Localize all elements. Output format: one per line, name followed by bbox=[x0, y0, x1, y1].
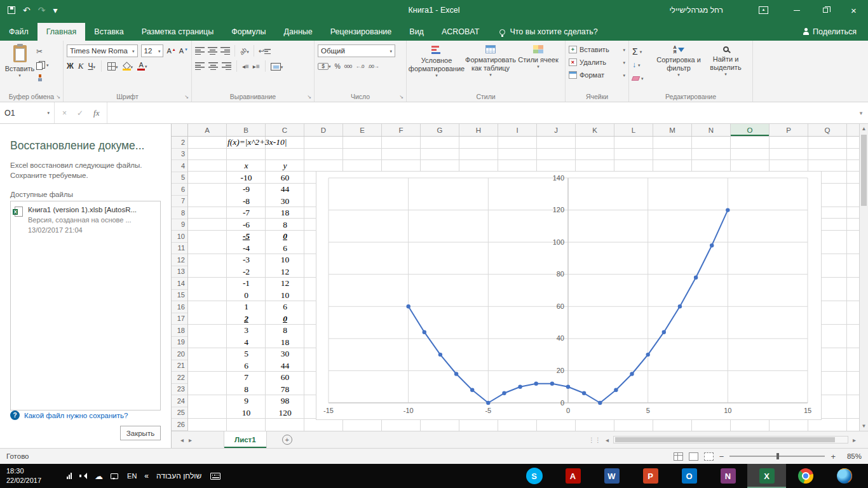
tab-ACROBAT[interactable]: ACROBAT bbox=[433, 23, 489, 41]
column-header-I[interactable]: I bbox=[498, 124, 537, 136]
row-header-3[interactable]: 3 bbox=[172, 149, 187, 161]
zoom-level[interactable]: 85% bbox=[841, 452, 862, 460]
cell-B11[interactable]: -4 bbox=[227, 243, 266, 255]
format-painter-button[interactable] bbox=[36, 72, 49, 84]
cell-B24[interactable]: 9 bbox=[227, 395, 266, 407]
prev-sheet-icon[interactable]: ◂ bbox=[180, 437, 184, 444]
format-as-table-button[interactable]: Форматировать как таблицу ▾ bbox=[463, 43, 518, 92]
comma-style-button[interactable]: 000 bbox=[344, 64, 352, 69]
font-family-combo[interactable]: Times New Roma▾ bbox=[67, 44, 138, 57]
cell-styles-button[interactable]: Стили ячеек ▾ bbox=[518, 43, 559, 92]
row-header-20[interactable]: 20 bbox=[172, 348, 187, 360]
cell-B2-formula-text[interactable]: f(x)=|x^2+3x-10| bbox=[227, 137, 287, 149]
autosum-button[interactable]: Σ▾ bbox=[632, 46, 654, 57]
row-header-25[interactable]: 25 bbox=[172, 407, 187, 419]
row-header-9[interactable]: 9 bbox=[172, 219, 187, 231]
cell-C16[interactable]: 6 bbox=[266, 301, 304, 313]
row-header-17[interactable]: 17 bbox=[172, 313, 187, 325]
zoom-in-icon[interactable]: + bbox=[831, 452, 836, 461]
cell-C24[interactable]: 98 bbox=[266, 395, 304, 407]
cell-C22[interactable]: 60 bbox=[266, 372, 304, 384]
scroll-up-icon[interactable]: ▲ bbox=[860, 124, 868, 133]
taskbar-clock[interactable]: 18:30 22/02/2017 bbox=[0, 466, 41, 485]
row-header-18[interactable]: 18 bbox=[172, 325, 187, 337]
orientation-button[interactable]: ab▾ bbox=[240, 46, 249, 55]
cell-C13[interactable]: 12 bbox=[266, 266, 304, 278]
align-bottom-button[interactable] bbox=[220, 47, 230, 55]
delete-cells-button[interactable]: ×Удалить▾ bbox=[569, 56, 625, 69]
align-middle-button[interactable] bbox=[208, 47, 217, 55]
taskbar-powerpoint-icon[interactable]: P bbox=[631, 464, 670, 488]
paste-button[interactable]: Вставить ▾ bbox=[3, 43, 36, 92]
horizontal-scroll-thumb[interactable] bbox=[615, 437, 835, 442]
undo-icon[interactable]: ↶ bbox=[23, 6, 31, 15]
clipboard-dialog-launcher-icon[interactable]: ↘ bbox=[56, 94, 60, 100]
onedrive-cloud-icon[interactable]: ☁ bbox=[95, 472, 103, 480]
share-button[interactable]: Поделиться bbox=[803, 23, 868, 41]
row-header-22[interactable]: 22 bbox=[172, 372, 187, 384]
column-header-M[interactable]: M bbox=[653, 124, 692, 136]
tab-Вставка[interactable]: Вставка bbox=[85, 23, 132, 41]
cell-B20[interactable]: 5 bbox=[227, 348, 266, 360]
close-pane-button[interactable]: Закрыть bbox=[120, 426, 161, 440]
select-all-corner[interactable] bbox=[172, 124, 188, 136]
taskbar-onenote-icon[interactable]: N bbox=[709, 464, 747, 488]
hidden-icons-chevron[interactable]: « bbox=[144, 471, 149, 480]
taskbar-chrome-icon[interactable] bbox=[786, 464, 825, 488]
increase-indent-button[interactable]: ▸≡ bbox=[253, 63, 260, 70]
network-icon[interactable] bbox=[67, 473, 72, 479]
row-header-5[interactable]: 5 bbox=[172, 172, 187, 184]
cell-C21[interactable]: 44 bbox=[266, 360, 304, 372]
recovered-file-item[interactable]: Книга1 (version 1).xlsb [AutosR... Верси… bbox=[15, 206, 156, 236]
tab-Главная[interactable]: Главная bbox=[37, 23, 86, 41]
decrease-decimal-button[interactable]: .00→ bbox=[368, 64, 379, 69]
normal-view-icon[interactable] bbox=[674, 452, 683, 461]
row-header-16[interactable]: 16 bbox=[172, 301, 187, 313]
align-top-button[interactable] bbox=[195, 47, 205, 55]
cell-B13[interactable]: -2 bbox=[227, 266, 266, 278]
tab-splitter-handle[interactable]: ⋮⋮ bbox=[588, 437, 601, 444]
tab-Рецензирование[interactable]: Рецензирование bbox=[322, 23, 401, 41]
tab-Файл[interactable]: Файл bbox=[0, 23, 37, 41]
cell-B8[interactable]: -7 bbox=[227, 207, 266, 219]
desktop-toolbar[interactable]: שולחן העבודה bbox=[156, 471, 201, 480]
shrink-font-button[interactable]: А▼ bbox=[179, 48, 188, 55]
row-header-7[interactable]: 7 bbox=[172, 196, 187, 208]
formula-bar-expand-icon[interactable]: ▾ bbox=[854, 102, 868, 123]
cell-B18[interactable]: 3 bbox=[227, 325, 266, 337]
cell-C15[interactable]: 10 bbox=[266, 290, 304, 302]
row-header-4[interactable]: 4 bbox=[172, 160, 187, 172]
zoom-slider-thumb[interactable] bbox=[776, 453, 779, 459]
font-color-button[interactable]: А▾ bbox=[137, 62, 147, 71]
cell-C19[interactable]: 18 bbox=[266, 337, 304, 349]
column-header-Q[interactable]: Q bbox=[808, 124, 847, 136]
find-select-button[interactable]: Найти и выделить ▾ bbox=[703, 43, 748, 92]
chart[interactable]: -15-10-5051015020406080100120140 bbox=[316, 171, 822, 420]
tab-Разметка страницы[interactable]: Разметка страницы bbox=[133, 23, 222, 41]
next-sheet-icon[interactable]: ▸ bbox=[189, 437, 192, 444]
new-sheet-button[interactable]: + bbox=[282, 435, 292, 445]
scroll-right-icon[interactable]: ▸ bbox=[851, 437, 858, 444]
row-header-8[interactable]: 8 bbox=[172, 207, 187, 219]
accounting-format-button[interactable]: $▾ bbox=[318, 63, 331, 70]
close-button[interactable]: × bbox=[839, 0, 868, 20]
zoom-slider[interactable] bbox=[729, 456, 825, 457]
font-dialog-launcher-icon[interactable]: ↘ bbox=[184, 94, 189, 100]
column-header-N[interactable]: N bbox=[692, 124, 731, 136]
row-header-10[interactable]: 10 bbox=[172, 231, 187, 243]
name-box[interactable]: O1▾ bbox=[0, 102, 55, 123]
cell-C14[interactable]: 12 bbox=[266, 278, 304, 290]
cell-C6[interactable]: 44 bbox=[266, 184, 304, 196]
font-size-combo[interactable]: 12▾ bbox=[141, 44, 164, 57]
vertical-scroll-thumb[interactable] bbox=[861, 135, 867, 206]
underline-button[interactable]: Ч▾ bbox=[88, 62, 96, 71]
row-header-2[interactable]: 2 bbox=[172, 137, 187, 149]
cell-B22[interactable]: 7 bbox=[227, 372, 266, 384]
alignment-dialog-launcher-icon[interactable]: ↘ bbox=[307, 94, 311, 100]
cell-C7[interactable]: 30 bbox=[266, 196, 304, 208]
column-header-F[interactable]: F bbox=[382, 124, 421, 136]
row-header-11[interactable]: 11 bbox=[172, 243, 187, 255]
formula-input[interactable] bbox=[107, 102, 854, 123]
minimize-button[interactable] bbox=[782, 0, 811, 20]
column-header-G[interactable]: G bbox=[421, 124, 459, 136]
